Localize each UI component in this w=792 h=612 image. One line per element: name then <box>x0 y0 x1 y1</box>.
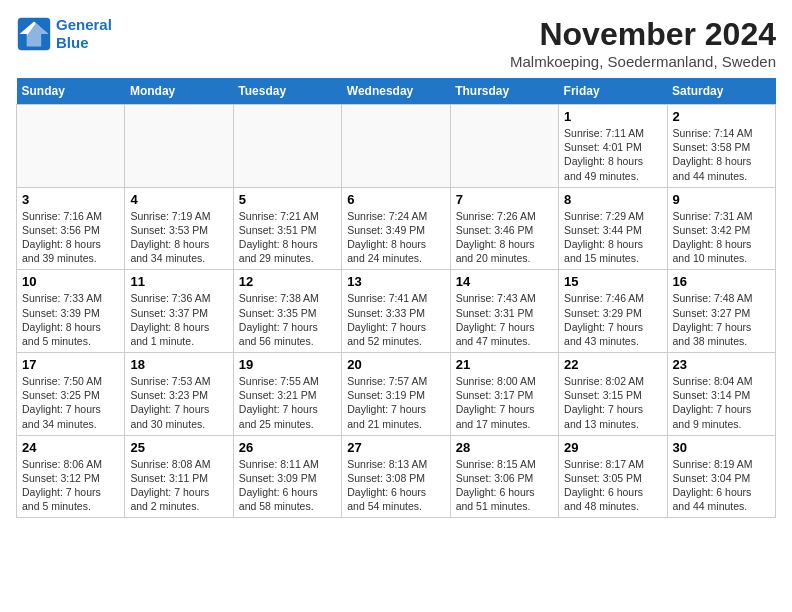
title-area: November 2024 Malmkoeping, Soedermanland… <box>510 16 776 70</box>
day-number: 14 <box>456 274 553 289</box>
calendar-cell <box>233 105 341 188</box>
cell-info: Sunrise: 7:57 AMSunset: 3:19 PMDaylight:… <box>347 374 444 431</box>
day-number: 9 <box>673 192 770 207</box>
calendar-cell: 20Sunrise: 7:57 AMSunset: 3:19 PMDayligh… <box>342 353 450 436</box>
week-row-1: 1Sunrise: 7:11 AMSunset: 4:01 PMDaylight… <box>17 105 776 188</box>
day-number: 11 <box>130 274 227 289</box>
week-row-3: 10Sunrise: 7:33 AMSunset: 3:39 PMDayligh… <box>17 270 776 353</box>
cell-info: Sunrise: 7:16 AMSunset: 3:56 PMDaylight:… <box>22 209 119 266</box>
cell-info: Sunrise: 8:02 AMSunset: 3:15 PMDaylight:… <box>564 374 661 431</box>
cell-info: Sunrise: 8:04 AMSunset: 3:14 PMDaylight:… <box>673 374 770 431</box>
col-header-monday: Monday <box>125 78 233 105</box>
cell-info: Sunrise: 7:33 AMSunset: 3:39 PMDaylight:… <box>22 291 119 348</box>
calendar-cell: 3Sunrise: 7:16 AMSunset: 3:56 PMDaylight… <box>17 187 125 270</box>
cell-info: Sunrise: 7:26 AMSunset: 3:46 PMDaylight:… <box>456 209 553 266</box>
page-subtitle: Malmkoeping, Soedermanland, Sweden <box>510 53 776 70</box>
week-row-5: 24Sunrise: 8:06 AMSunset: 3:12 PMDayligh… <box>17 435 776 518</box>
calendar-cell: 24Sunrise: 8:06 AMSunset: 3:12 PMDayligh… <box>17 435 125 518</box>
cell-info: Sunrise: 7:50 AMSunset: 3:25 PMDaylight:… <box>22 374 119 431</box>
cell-info: Sunrise: 7:43 AMSunset: 3:31 PMDaylight:… <box>456 291 553 348</box>
cell-info: Sunrise: 7:11 AMSunset: 4:01 PMDaylight:… <box>564 126 661 183</box>
calendar-cell: 21Sunrise: 8:00 AMSunset: 3:17 PMDayligh… <box>450 353 558 436</box>
cell-info: Sunrise: 7:38 AMSunset: 3:35 PMDaylight:… <box>239 291 336 348</box>
day-number: 19 <box>239 357 336 372</box>
calendar-cell: 19Sunrise: 7:55 AMSunset: 3:21 PMDayligh… <box>233 353 341 436</box>
calendar-cell <box>125 105 233 188</box>
cell-info: Sunrise: 7:21 AMSunset: 3:51 PMDaylight:… <box>239 209 336 266</box>
cell-info: Sunrise: 7:46 AMSunset: 3:29 PMDaylight:… <box>564 291 661 348</box>
col-header-tuesday: Tuesday <box>233 78 341 105</box>
day-number: 2 <box>673 109 770 124</box>
calendar-cell: 29Sunrise: 8:17 AMSunset: 3:05 PMDayligh… <box>559 435 667 518</box>
col-header-friday: Friday <box>559 78 667 105</box>
calendar-cell: 5Sunrise: 7:21 AMSunset: 3:51 PMDaylight… <box>233 187 341 270</box>
col-header-sunday: Sunday <box>17 78 125 105</box>
day-number: 20 <box>347 357 444 372</box>
day-number: 29 <box>564 440 661 455</box>
calendar-cell <box>342 105 450 188</box>
logo: General Blue <box>16 16 112 52</box>
day-number: 12 <box>239 274 336 289</box>
cell-info: Sunrise: 7:24 AMSunset: 3:49 PMDaylight:… <box>347 209 444 266</box>
day-number: 7 <box>456 192 553 207</box>
cell-info: Sunrise: 8:19 AMSunset: 3:04 PMDaylight:… <box>673 457 770 514</box>
calendar-cell: 2Sunrise: 7:14 AMSunset: 3:58 PMDaylight… <box>667 105 775 188</box>
logo-icon <box>16 16 52 52</box>
cell-info: Sunrise: 8:11 AMSunset: 3:09 PMDaylight:… <box>239 457 336 514</box>
calendar-cell: 11Sunrise: 7:36 AMSunset: 3:37 PMDayligh… <box>125 270 233 353</box>
day-number: 1 <box>564 109 661 124</box>
day-number: 24 <box>22 440 119 455</box>
calendar-cell: 14Sunrise: 7:43 AMSunset: 3:31 PMDayligh… <box>450 270 558 353</box>
day-number: 21 <box>456 357 553 372</box>
day-number: 22 <box>564 357 661 372</box>
page-header: General Blue November 2024 Malmkoeping, … <box>16 16 776 70</box>
calendar-cell: 30Sunrise: 8:19 AMSunset: 3:04 PMDayligh… <box>667 435 775 518</box>
day-number: 26 <box>239 440 336 455</box>
calendar-cell: 23Sunrise: 8:04 AMSunset: 3:14 PMDayligh… <box>667 353 775 436</box>
calendar-cell: 25Sunrise: 8:08 AMSunset: 3:11 PMDayligh… <box>125 435 233 518</box>
cell-info: Sunrise: 7:29 AMSunset: 3:44 PMDaylight:… <box>564 209 661 266</box>
day-number: 13 <box>347 274 444 289</box>
day-number: 3 <box>22 192 119 207</box>
day-number: 8 <box>564 192 661 207</box>
cell-info: Sunrise: 7:48 AMSunset: 3:27 PMDaylight:… <box>673 291 770 348</box>
cell-info: Sunrise: 7:55 AMSunset: 3:21 PMDaylight:… <box>239 374 336 431</box>
calendar-cell: 17Sunrise: 7:50 AMSunset: 3:25 PMDayligh… <box>17 353 125 436</box>
cell-info: Sunrise: 7:41 AMSunset: 3:33 PMDaylight:… <box>347 291 444 348</box>
day-number: 5 <box>239 192 336 207</box>
cell-info: Sunrise: 7:19 AMSunset: 3:53 PMDaylight:… <box>130 209 227 266</box>
day-number: 17 <box>22 357 119 372</box>
day-number: 16 <box>673 274 770 289</box>
calendar-cell: 16Sunrise: 7:48 AMSunset: 3:27 PMDayligh… <box>667 270 775 353</box>
cell-info: Sunrise: 7:53 AMSunset: 3:23 PMDaylight:… <box>130 374 227 431</box>
cell-info: Sunrise: 7:14 AMSunset: 3:58 PMDaylight:… <box>673 126 770 183</box>
cell-info: Sunrise: 8:15 AMSunset: 3:06 PMDaylight:… <box>456 457 553 514</box>
calendar-cell: 12Sunrise: 7:38 AMSunset: 3:35 PMDayligh… <box>233 270 341 353</box>
cell-info: Sunrise: 8:17 AMSunset: 3:05 PMDaylight:… <box>564 457 661 514</box>
cell-info: Sunrise: 8:00 AMSunset: 3:17 PMDaylight:… <box>456 374 553 431</box>
calendar-cell: 6Sunrise: 7:24 AMSunset: 3:49 PMDaylight… <box>342 187 450 270</box>
day-number: 30 <box>673 440 770 455</box>
col-header-saturday: Saturday <box>667 78 775 105</box>
cell-info: Sunrise: 7:36 AMSunset: 3:37 PMDaylight:… <box>130 291 227 348</box>
day-number: 18 <box>130 357 227 372</box>
cell-info: Sunrise: 8:13 AMSunset: 3:08 PMDaylight:… <box>347 457 444 514</box>
calendar-cell: 10Sunrise: 7:33 AMSunset: 3:39 PMDayligh… <box>17 270 125 353</box>
calendar-cell: 9Sunrise: 7:31 AMSunset: 3:42 PMDaylight… <box>667 187 775 270</box>
day-number: 27 <box>347 440 444 455</box>
calendar-cell: 22Sunrise: 8:02 AMSunset: 3:15 PMDayligh… <box>559 353 667 436</box>
calendar-cell <box>450 105 558 188</box>
logo-text: General Blue <box>56 16 112 52</box>
col-header-wednesday: Wednesday <box>342 78 450 105</box>
calendar-cell: 7Sunrise: 7:26 AMSunset: 3:46 PMDaylight… <box>450 187 558 270</box>
day-number: 4 <box>130 192 227 207</box>
calendar-cell: 15Sunrise: 7:46 AMSunset: 3:29 PMDayligh… <box>559 270 667 353</box>
calendar-cell: 28Sunrise: 8:15 AMSunset: 3:06 PMDayligh… <box>450 435 558 518</box>
day-number: 23 <box>673 357 770 372</box>
calendar-cell: 4Sunrise: 7:19 AMSunset: 3:53 PMDaylight… <box>125 187 233 270</box>
calendar-cell: 26Sunrise: 8:11 AMSunset: 3:09 PMDayligh… <box>233 435 341 518</box>
calendar-cell: 13Sunrise: 7:41 AMSunset: 3:33 PMDayligh… <box>342 270 450 353</box>
calendar-table: SundayMondayTuesdayWednesdayThursdayFrid… <box>16 78 776 518</box>
cell-info: Sunrise: 8:08 AMSunset: 3:11 PMDaylight:… <box>130 457 227 514</box>
calendar-cell: 8Sunrise: 7:29 AMSunset: 3:44 PMDaylight… <box>559 187 667 270</box>
